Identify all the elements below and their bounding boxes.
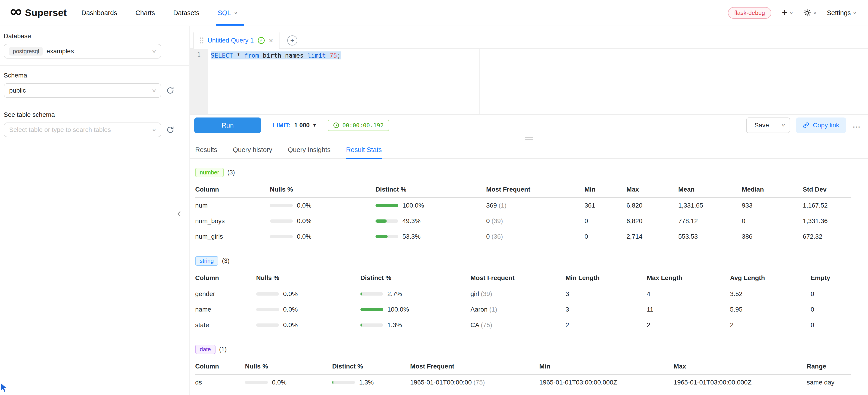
cell-column-name: num_girls <box>195 229 270 244</box>
stats-table-date: ColumnNulls %Distinct %Most FrequentMinM… <box>195 359 850 390</box>
save-options-button[interactable]: ∨ <box>777 118 790 133</box>
most-frequent-count: (75) <box>479 322 492 329</box>
schema-select[interactable]: public ∨ <box>4 83 161 98</box>
nav-item-dashboards[interactable]: Dashboards <box>81 0 117 26</box>
new-item-menu[interactable]: + ∨ <box>782 8 793 18</box>
top-navbar: ∞ Superset DashboardsChartsDatasetsSQL∨ … <box>0 0 868 26</box>
superset-logo-icon: ∞ <box>10 5 22 18</box>
sql-editor[interactable]: 1 SELECT * from birth_names limit 75; <box>190 49 868 115</box>
code-token: from <box>244 52 259 59</box>
type-count: (1) <box>219 346 227 353</box>
close-tab-icon[interactable]: × <box>269 37 273 44</box>
copy-link-button[interactable]: Copy link <box>796 118 846 133</box>
run-query-button[interactable]: Run <box>194 118 261 133</box>
superset-logo[interactable]: ∞ Superset <box>10 0 67 26</box>
type-badge-number: number <box>195 168 224 177</box>
database-select[interactable]: postgresql examples ∨ <box>4 44 161 59</box>
progress-track <box>256 308 279 311</box>
cell-value: 0 <box>585 213 627 229</box>
progress-bar: 1.3% <box>361 322 467 329</box>
section-head: string(3) <box>195 256 863 266</box>
nav-menu: DashboardsChartsDatasetsSQL∨ <box>81 0 237 26</box>
nav-item-sql[interactable]: SQL∨ <box>218 0 237 26</box>
tab-query-history[interactable]: Query history <box>233 141 272 158</box>
percent-label: 0.0% <box>272 379 287 386</box>
table-row: num_girls0.0%53.3%0 (36)02,714553.533866… <box>195 229 850 244</box>
progress-fill <box>375 235 388 238</box>
more-options-button[interactable]: ... <box>852 121 862 129</box>
type-count: (3) <box>222 257 229 265</box>
cell-value: 6,820 <box>626 213 678 229</box>
progress-bar: 53.3% <box>375 233 483 240</box>
progress-bar: 0.0% <box>245 379 329 386</box>
cell-most-frequent: CA (75) <box>471 317 566 333</box>
resize-handle-row <box>190 136 868 141</box>
progress-track <box>375 219 398 223</box>
code-token: birth_names <box>259 52 307 59</box>
most-frequent-value: 369 <box>486 202 497 209</box>
query-tab[interactable]: Untitled Query 1 ✓ × <box>193 32 280 49</box>
column-header: Avg Length <box>730 270 811 286</box>
cell-distinct-pct: 100.0% <box>361 302 471 317</box>
cell-value: 1965-01-01T03:00:00.000Z <box>674 374 807 390</box>
code-area[interactable]: SELECT * from birth_names limit 75; <box>208 49 868 114</box>
type-count: (3) <box>227 169 235 176</box>
table-row: gender0.0%2.7%girl (39)343.520 <box>195 286 850 302</box>
settings-menu[interactable]: Settings ∨ <box>827 9 856 17</box>
progress-bar: 1.3% <box>332 379 406 386</box>
progress-track <box>256 292 279 296</box>
refresh-icon <box>166 126 174 134</box>
percent-label: 0.0% <box>283 290 298 298</box>
cell-value: 6,820 <box>626 198 678 213</box>
check-glyph: ✓ <box>259 38 263 43</box>
theme-menu[interactable]: ∨ <box>803 9 816 17</box>
progress-track <box>361 292 383 296</box>
drag-resize-handle[interactable] <box>525 137 533 140</box>
code-line-text: SELECT * from birth_names limit 75; <box>211 52 341 59</box>
cell-nulls-pct: 0.0% <box>256 302 361 317</box>
refresh-tables-button[interactable] <box>166 126 174 134</box>
chevron-down-icon: ∨ <box>233 10 238 15</box>
tab-results[interactable]: Results <box>195 141 217 158</box>
tab-query-insights[interactable]: Query Insights <box>288 141 331 158</box>
column-header: Std Dev <box>803 182 850 198</box>
table-header-row: ColumnNulls %Distinct %Most FrequentMin … <box>195 270 850 286</box>
collapse-panel-chevron[interactable]: ‹ <box>177 207 181 219</box>
nav-item-label: SQL <box>218 9 231 17</box>
new-tab-button[interactable]: + <box>287 35 297 45</box>
percent-label: 2.7% <box>388 290 402 298</box>
table-header-row: ColumnNulls %Distinct %Most FrequentMinM… <box>195 182 850 198</box>
nav-item-datasets[interactable]: Datasets <box>173 0 199 26</box>
cell-nulls-pct: 0.0% <box>270 198 375 213</box>
cell-nulls-pct: 0.0% <box>256 317 361 333</box>
navbar-right: flask-debug + ∨ ∨ Settings ∨ <box>728 0 856 26</box>
cell-value: 0 <box>742 213 803 229</box>
cell-distinct-pct: 100.0% <box>375 198 486 213</box>
cell-value: 4 <box>647 286 730 302</box>
limit-dropdown[interactable]: LIMIT: 1 000 ▾ <box>273 122 316 129</box>
nav-item-charts[interactable]: Charts <box>135 0 155 26</box>
save-button[interactable]: Save <box>746 118 777 133</box>
table-select[interactable]: Select table or type to search tables ∨ <box>4 123 161 137</box>
cell-value: 672.32 <box>803 229 850 244</box>
progress-track <box>361 308 383 311</box>
code-token: * <box>233 52 244 59</box>
nav-item-label: Dashboards <box>81 9 117 17</box>
progress-bar: 100.0% <box>361 306 467 313</box>
progress-bar: 0.0% <box>256 290 357 298</box>
cell-value: 386 <box>742 229 803 244</box>
refresh-schemas-button[interactable] <box>166 87 174 94</box>
percent-label: 0.0% <box>283 322 298 329</box>
cell-value: 1,167.52 <box>803 198 850 213</box>
link-icon <box>803 122 809 128</box>
plus-icon: + <box>290 37 294 44</box>
cell-value: 3 <box>565 286 647 302</box>
tab-result-stats[interactable]: Result Stats <box>346 141 382 158</box>
type-badge-string: string <box>195 256 218 266</box>
percent-label: 49.3% <box>402 217 421 225</box>
cell-distinct-pct: 53.3% <box>375 229 486 244</box>
clock-icon <box>333 122 339 128</box>
progress-fill <box>375 219 387 223</box>
cell-most-frequent: 369 (1) <box>486 198 584 213</box>
schema-select-value: public <box>9 87 26 94</box>
